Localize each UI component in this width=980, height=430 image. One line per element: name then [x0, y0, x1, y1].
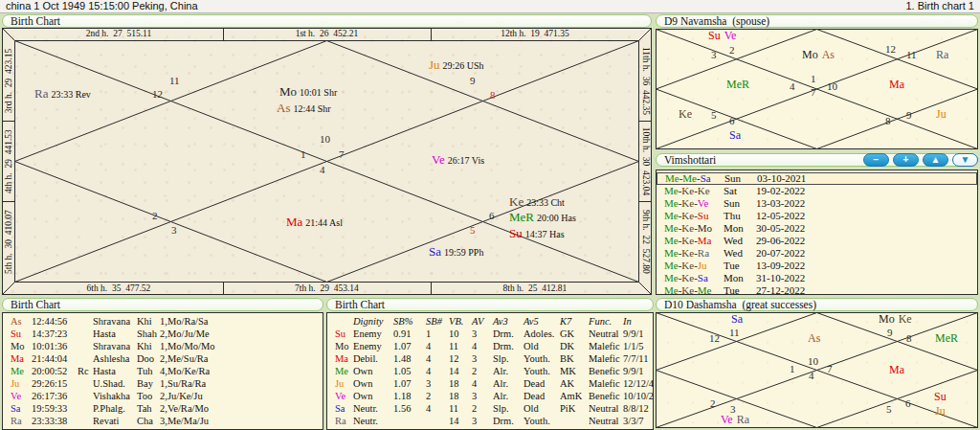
dasha-lord: Ma	[698, 235, 712, 246]
planet-abbr: Su	[708, 30, 721, 42]
planet-abbr: As	[822, 49, 835, 61]
dasha-row[interactable]: Me-Ke-JuTue13-09-2022	[657, 260, 977, 272]
col-av5: Av5	[523, 315, 560, 328]
nakshatra: Vishakha	[93, 390, 137, 402]
house-number: 9	[906, 110, 912, 121]
planet-abbr: Ra	[737, 414, 749, 426]
ascendant-label: As	[808, 332, 820, 345]
planet-abbr: As	[277, 102, 290, 114]
house-number: 9	[470, 76, 476, 86]
planet-label: Ve26:17 Vis	[432, 153, 484, 167]
main-birth-chart[interactable]: 2nd h. 27 515.11 1st h. 26 452.21 12th h…	[2, 28, 652, 295]
dasha-date: 13-09-2022	[756, 260, 977, 272]
dasha-lords: Me-Ke-Ra	[664, 247, 724, 260]
planet-label: VeRa	[721, 414, 749, 426]
planet-label: Su	[934, 391, 947, 403]
col-dignity: Dignity	[353, 315, 393, 328]
dasha-date: 31-10-2022	[756, 272, 977, 284]
planet-abbr: MeR	[509, 211, 534, 223]
house-number: 11	[729, 328, 740, 338]
dasha-row[interactable]: Me-Ke-RaWed20-07-2022	[657, 247, 977, 260]
chart-lines	[656, 312, 978, 428]
dasha-row[interactable]: Me-Ke-MeTue27-12-2022	[657, 284, 977, 297]
dasha-row[interactable]: Me-Ke-KeSat19-02-2022	[657, 185, 977, 197]
planet-row: Su14:37:23HastaShah2,Mo/Ju/Me	[3, 328, 323, 340]
house-number: 8	[885, 116, 891, 126]
planet-label: MoKe	[879, 313, 912, 326]
dasha-day: Wed	[724, 247, 756, 260]
planet-abbr: Me	[335, 365, 353, 377]
dasha-lord: Ke	[681, 284, 694, 296]
planet-abbr: Ra	[335, 415, 353, 427]
planet-label: SuVe	[708, 30, 736, 42]
planet-label: Ke	[679, 108, 692, 121]
planet-abbr: Ra	[34, 87, 48, 100]
dasha-lords: Me-Ke-Ma	[664, 235, 724, 247]
d9-chart[interactable]: 3 2 12 11 4 1 7 10 5 6 8 9 SuVe MoAs Ra …	[656, 29, 978, 149]
dasha-down-button[interactable]: ▼	[952, 153, 978, 167]
planet-abbr: Sa	[731, 313, 743, 326]
longitude: 12:44:56	[32, 315, 78, 328]
dasha-row[interactable]: Me-Ke-MoMon30-05-2022	[657, 222, 977, 235]
dasha-date: 03-10-2021	[757, 173, 976, 184]
pada-lords: 2,Ju/Ke/Ju	[160, 390, 323, 402]
dasha-minus-button[interactable]: −	[863, 153, 889, 167]
house-number: 2	[152, 211, 158, 221]
planet-abbr: Ma	[889, 364, 904, 376]
house-number: 3	[711, 50, 717, 60]
dasha-lord: Me	[664, 247, 679, 259]
dasha-up-button[interactable]: ▲	[923, 153, 948, 167]
col-vb: VB.	[449, 315, 472, 328]
planet-row: Ma21:44:04AshleshaDoo2,Me/Su/Ra	[3, 352, 323, 365]
col-av3: Av3	[493, 315, 523, 328]
d9-panel-header: D9 Navamsha (spouse)	[656, 14, 978, 28]
d10-chart[interactable]: 12 11 9 8 1 10 7 4 2 3 5 6 Sa As MoKe Me…	[656, 312, 978, 428]
planet-abbr: Su	[934, 391, 947, 403]
house-number: 7	[827, 364, 833, 374]
house-number: 5	[711, 110, 717, 121]
col-k7: K7	[560, 315, 589, 328]
retro-flag	[78, 402, 93, 415]
dasha-lord: Me	[664, 210, 679, 221]
col-in: In	[623, 315, 653, 328]
pada-syllable: Cha	[137, 415, 160, 427]
dasha-lord: Me	[698, 284, 712, 296]
dasha-day: Sun	[724, 173, 757, 184]
house-number: 12	[709, 333, 720, 344]
dasha-plus-button[interactable]: +	[893, 153, 919, 167]
table-row: SaNeutr.1.564112Slp.OldPiKNeutral8/8/12	[327, 402, 653, 415]
chart-lines	[656, 29, 978, 149]
planet-abbr: Me	[11, 365, 32, 377]
planet-abbr: Ke	[509, 195, 523, 208]
house-number: 6	[489, 211, 495, 221]
house-cusp-label: 6th h. 35 477.52	[14, 283, 223, 295]
planet-label: MeR	[726, 79, 749, 91]
dasha-row[interactable]: Me-Me-SaSun03-10-2021	[657, 172, 977, 185]
planet-abbr: Ma	[889, 79, 904, 91]
planet-detail: 29:26 USh	[443, 59, 484, 72]
planet-label: MoAs	[802, 49, 835, 61]
dignity-panel-header: Birth Chart	[326, 298, 654, 311]
dignity-table: DignitySB%SB#VB.AVAv3Av5K7Func.In SuEnem…	[326, 312, 654, 430]
dasha-row[interactable]: Me-Ke-SaMon31-10-2022	[657, 272, 977, 284]
longitude: 19:59:33	[32, 402, 78, 415]
dasha-lords: Me-Ke-Ve	[664, 197, 724, 210]
planet-abbr: Ma	[11, 352, 32, 365]
planet-abbr: Sa	[335, 402, 353, 415]
dasha-lords: Me-Ke-Sa	[664, 272, 724, 284]
planet-abbr: Ju	[936, 108, 947, 121]
planet-abbr: Su	[11, 328, 32, 340]
dasha-row[interactable]: Me-Ke-SuThu12-05-2022	[657, 210, 977, 222]
nakshatra: Hasta	[93, 328, 137, 340]
house-number: 4	[809, 371, 814, 381]
ascendant-label: As12:44 Shr	[277, 102, 331, 115]
planet-label: MeR20:00 Has	[509, 211, 576, 224]
dasha-row[interactable]: Me-Ke-VeSun13-03-2022	[657, 197, 977, 210]
planet-abbr: Mo	[279, 85, 297, 98]
dasha-lords: Me-Ke-Me	[664, 284, 724, 297]
dasha-row[interactable]: Me-Ke-MaWed29-06-2022	[657, 235, 977, 247]
house-number: 4	[790, 81, 795, 92]
planet-row: Ra23:33:38RevatiCha3,Me/Ma/Ju	[3, 415, 323, 427]
house-number: 6	[905, 398, 911, 409]
dasha-lord: Ke	[681, 247, 694, 259]
